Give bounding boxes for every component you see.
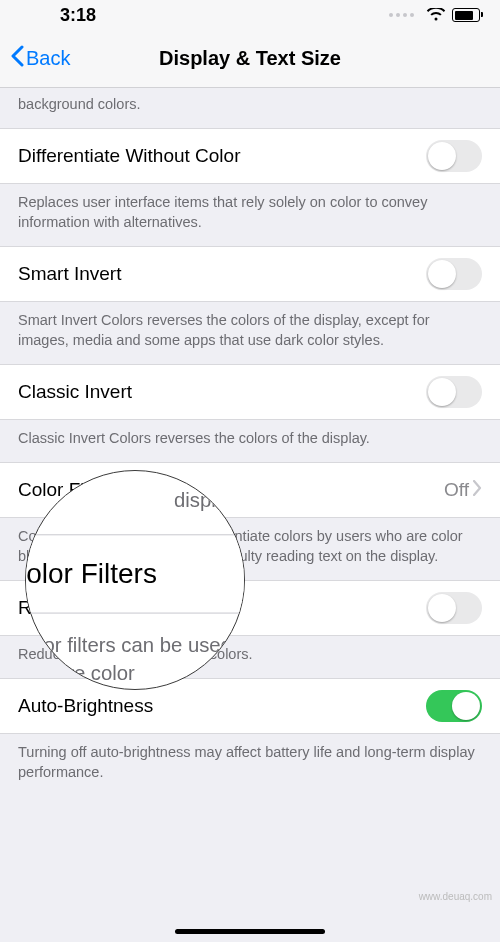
page-title: Display & Text Size (0, 47, 500, 70)
status-bar: 3:18 (0, 0, 500, 30)
footer-auto-brightness: Turning off auto-brightness may affect b… (0, 734, 500, 796)
cell-label: Differentiate Without Color (18, 145, 240, 167)
cell-label: Auto-Brightness (18, 695, 153, 717)
cell-label: Smart Invert (18, 263, 121, 285)
more-dots-icon (389, 13, 414, 17)
toggle-auto-brightness[interactable] (426, 690, 482, 722)
toggle-reduce-white-point[interactable] (426, 592, 482, 624)
magnifier-cell-color-filters: Color Filters (25, 534, 245, 614)
footer-smart-invert: Smart Invert Colors reverses the colors … (0, 302, 500, 364)
back-button[interactable]: Back (10, 45, 70, 72)
cell-value-color-filters: Off (444, 479, 482, 501)
back-label: Back (26, 47, 70, 70)
home-indicator[interactable] (175, 929, 325, 934)
toggle-smart-invert[interactable] (426, 258, 482, 290)
wifi-icon (426, 8, 446, 22)
magnifier-label: Color Filters (25, 558, 157, 589)
nav-bar: Back Display & Text Size (0, 30, 500, 88)
toggle-classic-invert[interactable] (426, 376, 482, 408)
cell-smart-invert[interactable]: Smart Invert (0, 246, 500, 302)
status-right (389, 8, 480, 22)
content[interactable]: background colors. Differentiate Without… (0, 88, 500, 796)
battery-icon (452, 8, 480, 22)
footer-background-colors: background colors. (0, 88, 500, 128)
footer-differentiate: Replaces user interface items that rely … (0, 184, 500, 246)
magnifier-overlay: assic Inver everses the colors of the di… (25, 470, 245, 690)
cell-differentiate-without-color[interactable]: Differentiate Without Color (0, 128, 500, 184)
cell-auto-brightness[interactable]: Auto-Brightness (0, 678, 500, 734)
footer-classic-invert: Classic Invert Colors reverses the color… (0, 420, 500, 462)
watermark: www.deuaq.com (419, 891, 492, 902)
settings-screen: 3:18 Back Display & Text Size background… (0, 0, 500, 942)
cell-classic-invert[interactable]: Classic Invert (0, 364, 500, 420)
value-text: Off (444, 479, 469, 501)
toggle-differentiate[interactable] (426, 140, 482, 172)
status-time: 3:18 (60, 5, 96, 26)
chevron-left-icon (10, 45, 24, 72)
cell-label: Classic Invert (18, 381, 132, 403)
chevron-right-icon (473, 479, 482, 501)
